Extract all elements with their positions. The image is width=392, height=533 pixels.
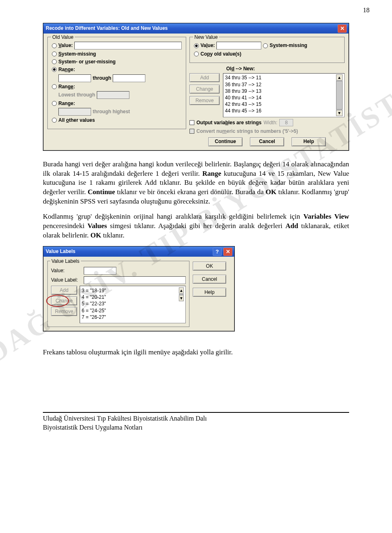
new-value-legend: New Value <box>193 34 219 40</box>
radio-all-other-label: All other values <box>58 117 95 123</box>
list-item: 5 = "22-23" <box>82 300 179 307</box>
list-item: 7 = "26-27" <box>82 314 179 320</box>
convert-label: Convert numeric strings to numbers ('5'-… <box>196 128 298 134</box>
old-new-label: Old --> New: <box>226 65 255 72</box>
radio-new-value-label: Value: <box>200 42 215 49</box>
vl-remove-button[interactable]: Remove <box>51 307 77 316</box>
vl-value-input[interactable] <box>84 267 116 275</box>
help-icon[interactable]: ? <box>213 248 222 256</box>
page-number: 18 <box>363 6 370 15</box>
close-icon[interactable]: ✕ <box>338 25 347 33</box>
value-labels-titlebar: Value Labels ? ✕ <box>43 246 234 257</box>
radio-range-lowest[interactable] <box>52 84 57 89</box>
help-button[interactable]: Help <box>292 137 326 146</box>
value-labels-title: Value Labels <box>46 248 213 255</box>
vl-valuelabel-input[interactable] <box>84 276 186 284</box>
scroll-down-icon[interactable]: ▼ <box>179 295 184 301</box>
convert-checkbox <box>189 129 194 134</box>
new-value-input[interactable] <box>216 42 261 49</box>
radio-new-sm[interactable] <box>263 43 268 48</box>
list-item: 6 = "24-25" <box>82 307 179 314</box>
vl-ok-button[interactable]: OK <box>193 262 226 271</box>
vl-change-button[interactable]: Change <box>51 296 77 305</box>
radio-value-label: Value: <box>58 42 73 49</box>
radio-copy-old[interactable] <box>194 52 199 56</box>
footer: Uludağ Üniversitesi Tıp Fakültesi Biyois… <box>43 412 349 432</box>
recode-dialog: Recode into Different Variables: Old and… <box>43 23 349 151</box>
radio-sm-label: System-missing <box>58 51 96 57</box>
paragraph-3: Frekans tablosu oluşturmak için ilgili m… <box>43 348 349 357</box>
scrollbar[interactable]: ▲ ▼ <box>336 74 343 116</box>
radio-range-highest[interactable] <box>52 101 57 106</box>
add-button[interactable]: Add <box>189 73 220 82</box>
range-from-input[interactable] <box>58 74 91 82</box>
vl-list[interactable]: 3 = "18-19" 4 = "20-21" 5 = "22-23" 6 = … <box>80 286 186 323</box>
list-item: 36 thru 37 --> 12 <box>225 81 336 88</box>
value-input[interactable] <box>74 42 182 49</box>
list-item: 44 thru 45 --> 16 <box>225 107 336 114</box>
radio-range-highest-label: Range: <box>58 100 75 107</box>
scroll-thumb[interactable] <box>336 81 343 110</box>
radio-all-other[interactable] <box>52 118 57 123</box>
new-value-group: New Value Value: System-missing Copy old… <box>189 37 345 63</box>
close-icon[interactable]: ✕ <box>223 248 232 256</box>
recode-titlebar: Recode into Different Variables: Old and… <box>43 23 349 34</box>
radio-system-missing[interactable] <box>52 52 57 56</box>
remove-button[interactable]: Remove <box>189 96 220 105</box>
old-value-group: Old Value Value: System-missing <box>47 37 186 129</box>
list-item: 4 = "20-21" <box>82 294 179 300</box>
radio-range-lowest-label: Range: <box>58 83 75 90</box>
list-item: 38 thru 39 --> 13 <box>225 88 336 94</box>
vl-value-label: Value: <box>51 267 81 274</box>
value-labels-dialog: Value Labels ? ✕ Value Labels Value: Val… <box>43 246 235 331</box>
scroll-down-icon[interactable]: ▼ <box>336 110 343 116</box>
paragraph-1: Burada hangi veri değer aralığına hangi … <box>43 160 349 207</box>
scroll-up-icon[interactable]: ▲ <box>336 74 343 81</box>
radio-system-user-missing[interactable] <box>52 59 57 64</box>
change-button[interactable]: Change <box>189 85 220 94</box>
old-value-legend: Old Value <box>51 34 75 40</box>
scroll-thumb[interactable] <box>179 294 184 295</box>
radio-range-label: Range: <box>58 66 75 73</box>
vl-cancel-button[interactable]: Cancel <box>193 275 226 284</box>
vl-add-button[interactable]: Add <box>51 286 77 295</box>
radio-sum-label: System- or user-missing <box>58 58 116 65</box>
list-item: 3 = "18-19" <box>82 287 179 294</box>
radio-copy-old-label: Copy old value(s) <box>200 51 241 57</box>
through-label: through <box>93 75 111 81</box>
vl-group-legend: Value Labels <box>50 258 81 264</box>
footer-line1: Uludağ Üniversitesi Tıp Fakültesi Biyois… <box>43 414 349 423</box>
through-highest-label: through highest <box>93 108 130 115</box>
scroll-up-icon[interactable]: ▲ <box>179 287 184 293</box>
continue-button[interactable]: Continue <box>208 137 243 146</box>
radio-new-value[interactable] <box>194 43 199 48</box>
list-item: 34 thru 35 --> 11 <box>225 74 336 81</box>
range-to-input[interactable] <box>113 74 145 82</box>
vl-help-button[interactable]: Help <box>193 288 226 297</box>
lowest-through-input <box>97 91 129 99</box>
output-strings-checkbox[interactable] <box>189 120 194 125</box>
list-item: 42 thru 43 --> 15 <box>225 101 336 107</box>
cancel-button[interactable]: Cancel <box>250 137 284 146</box>
through-highest-input <box>58 108 91 116</box>
old-new-list[interactable]: 34 thru 35 --> 11 36 thru 37 --> 12 38 t… <box>223 73 345 117</box>
list-item: 40 thru 41 --> 14 <box>225 94 336 101</box>
radio-range[interactable] <box>52 67 57 72</box>
radio-value[interactable] <box>52 43 57 48</box>
width-input: 8 <box>279 119 293 126</box>
footer-line2: Biyoistatistik Dersi Uygulama Notları <box>43 423 349 432</box>
scrollbar[interactable]: ▲ ▼ <box>179 287 184 322</box>
width-label: Width: <box>263 119 277 126</box>
vl-valuelabel-label: Value Label: <box>51 277 81 283</box>
paragraph-2: Kodlanmış 'grup' değişkeninin orijinal h… <box>43 212 349 240</box>
recode-title: Recode into Different Variables: Old and… <box>46 25 338 31</box>
lowest-through-label: Lowest through <box>58 92 95 98</box>
radio-new-sm-label: System-missing <box>270 42 307 49</box>
output-strings-label: Output variables are strings <box>196 119 261 126</box>
